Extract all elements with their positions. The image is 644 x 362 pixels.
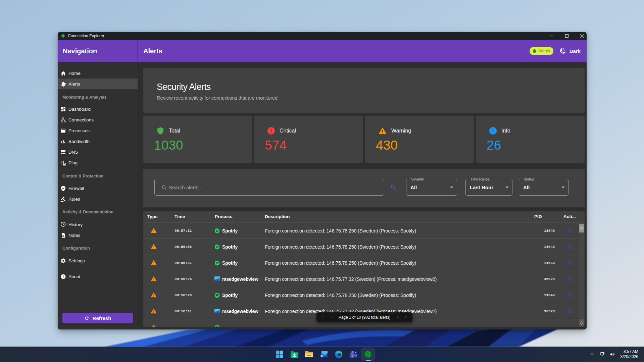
- svg-text:T: T: [351, 354, 353, 357]
- svg-text:O: O: [321, 354, 323, 358]
